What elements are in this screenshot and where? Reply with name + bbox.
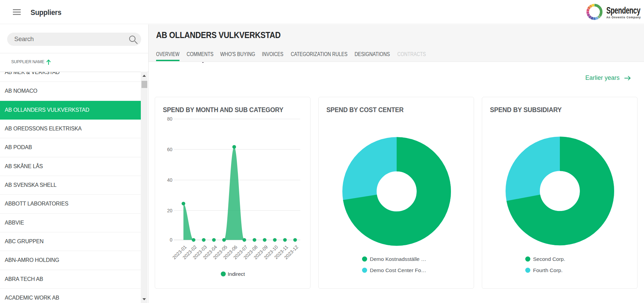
svg-text:80: 80 <box>167 116 172 122</box>
svg-text:40: 40 <box>167 177 172 183</box>
svg-text:0: 0 <box>170 237 172 243</box>
svg-text:60: 60 <box>167 147 172 152</box>
svg-text:Indirect: Indirect <box>228 271 245 277</box>
svg-text:20: 20 <box>167 208 172 213</box>
